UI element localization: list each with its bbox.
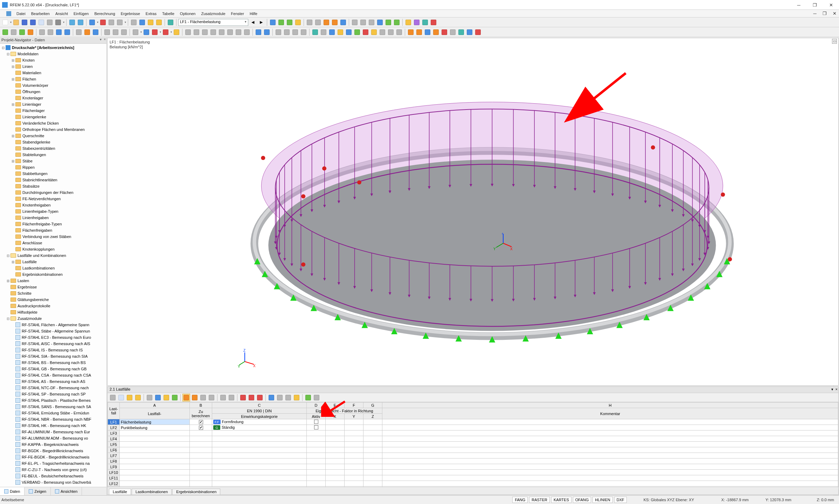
print-dropdown[interactable]: ▾ <box>63 19 64 26</box>
tb2-17[interactable] <box>151 28 159 36</box>
prev-loadcase-button[interactable]: ◀ <box>249 19 257 26</box>
tree-item[interactable]: VERBAND - Bemessung von Dachverbä <box>1 479 106 485</box>
button-a[interactable] <box>88 19 96 26</box>
tb2-39[interactable] <box>353 28 361 36</box>
tb2-9[interactable] <box>75 28 83 36</box>
th-a[interactable]: A <box>120 402 190 408</box>
tb2-37[interactable] <box>337 28 344 36</box>
tb2-36[interactable] <box>328 28 336 36</box>
mdi-close-button[interactable]: ✕ <box>830 10 839 17</box>
tb2-19[interactable] <box>173 28 180 36</box>
tree-item[interactable]: Anschlüsse <box>1 240 106 246</box>
th-zuberechnen[interactable]: Zu berechnen <box>190 408 212 419</box>
menu-hilfe[interactable]: Hilfe <box>247 11 260 16</box>
tb2-28[interactable] <box>255 28 262 36</box>
table-row[interactable]: LF11 <box>108 475 838 481</box>
tb2-10[interactable] <box>83 28 91 36</box>
maximize-button[interactable]: ❐ <box>807 0 823 10</box>
button-g[interactable] <box>147 19 154 26</box>
tb2-31[interactable] <box>283 28 291 36</box>
button-b[interactable] <box>99 19 107 26</box>
tree-item[interactable]: Rippen <box>1 164 106 170</box>
tree-item[interactable]: RF-STAHL HK - Bemessung nach HK <box>1 422 106 429</box>
tb1-k[interactable] <box>277 19 285 26</box>
tb2-18[interactable] <box>162 28 169 36</box>
tb2-50[interactable] <box>449 28 457 36</box>
tree-item[interactable]: RF-STAHL CSA - Bemessung nach CSA <box>1 372 106 378</box>
ttb-18[interactable] <box>268 394 275 401</box>
tree-item[interactable]: ⊞Linienlager <box>1 101 106 107</box>
tree-item[interactable]: RF-STAHL AISC - Bemessung nach AIS <box>1 341 106 347</box>
tree-item[interactable]: RF-FE-BGDK - Biegedrillknicknachweis <box>1 454 106 460</box>
tree-item[interactable]: RF-STAHL IS - Bemessung nach IS <box>1 347 106 353</box>
nav-tab-daten[interactable]: Daten <box>0 487 25 495</box>
dd15[interactable]: ▾ <box>140 29 142 36</box>
viewport-maximize-icon[interactable]: ▭ <box>832 39 837 44</box>
tb2-45[interactable] <box>407 28 415 36</box>
tree-item[interactable]: Stabteilungen <box>1 152 106 158</box>
ttb-5[interactable] <box>146 394 153 401</box>
tree-item[interactable]: RF-STAHL BS - Bemessung nach BS <box>1 359 106 366</box>
table-row[interactable]: LF9 <box>108 464 838 470</box>
tree-item[interactable]: FE-Netzverdichtungen <box>1 196 106 202</box>
tb2-15[interactable] <box>132 28 139 36</box>
tb2-5[interactable] <box>38 28 46 36</box>
menu-ansicht[interactable]: Ansicht <box>53 11 70 16</box>
tb1-u[interactable] <box>368 19 375 26</box>
tb2-29[interactable] <box>263 28 271 36</box>
th-h[interactable]: H <box>382 402 838 408</box>
tree-item[interactable]: Stabexzentrizitäten <box>1 145 106 152</box>
loadcase-combo[interactable]: LF1 - Flächenbelastung <box>178 19 248 26</box>
tb2-14[interactable] <box>120 28 128 36</box>
menu-optionen[interactable]: Optionen <box>178 11 198 16</box>
tb1-q[interactable] <box>331 19 339 26</box>
tree-item[interactable]: RF-C-ZU-T - Nachweis von grenz (c/t) <box>1 467 106 473</box>
tree-item[interactable]: Durchdringungen der Flächen <box>1 189 106 196</box>
tables-options-icon[interactable]: ▾ <box>831 387 833 392</box>
ttb-3[interactable] <box>126 394 133 401</box>
toggle-dxf[interactable]: DXF <box>614 497 627 503</box>
menu-bearbeiten[interactable]: Bearbeiten <box>29 11 52 16</box>
tb2-52[interactable] <box>466 28 473 36</box>
button-6[interactable] <box>46 19 54 26</box>
tree-item[interactable]: ⊞Querschnitte <box>1 133 106 139</box>
tb2-42[interactable] <box>379 28 386 36</box>
nav-tab-zeigen[interactable]: Zeigen <box>25 487 51 495</box>
button-5[interactable] <box>37 19 45 26</box>
tree-item[interactable]: RF-STAHL SANS - Bemessung nach SA <box>1 404 106 410</box>
toggle-fang[interactable]: FANG <box>512 497 528 503</box>
tb2-16[interactable] <box>143 28 150 36</box>
open-button[interactable] <box>12 19 20 26</box>
th-y[interactable]: Y <box>345 414 363 419</box>
th-d[interactable]: D <box>307 402 326 408</box>
table-row[interactable]: LF1Flächenbelastung✔F.FFormfindung <box>108 419 838 425</box>
tree-item[interactable]: Stabendgelenke <box>1 139 106 145</box>
th-beschreibung[interactable]: Lastfall- <box>120 408 190 419</box>
tree-item[interactable]: RF-STAHL NTC-DF - Bemessung nach <box>1 385 106 391</box>
menu-zusatzmodule[interactable]: Zusatzmodule <box>199 11 228 16</box>
tree-item[interactable]: RF-ALUMINIUM ADM - Bemessung vo <box>1 435 106 441</box>
tree-item[interactable]: Volumenkörper <box>1 82 106 89</box>
3d-viewport[interactable]: LF1 : Flächenbelastung Belastung [kN/m^2… <box>107 38 839 386</box>
tree-item[interactable]: ⊞Lasten <box>1 278 106 284</box>
th-kommentar[interactable]: Kommentar <box>382 408 838 419</box>
tb2-51[interactable] <box>457 28 465 36</box>
ttb-23[interactable] <box>313 394 320 401</box>
tree-item[interactable]: Flächenlager <box>1 107 106 114</box>
tb2-7[interactable] <box>55 28 63 36</box>
toggle-ofang[interactable]: OFANG <box>573 497 591 503</box>
table-row[interactable]: LF7 <box>108 453 838 458</box>
menu-tabelle[interactable]: Tabelle <box>160 11 177 16</box>
tb2-21[interactable] <box>193 28 200 36</box>
tree-item[interactable]: Knotenkopplungen <box>1 246 106 252</box>
th-en1990[interactable]: EN 1990 | DIN <box>212 408 307 414</box>
tb2-2[interactable] <box>10 28 18 36</box>
tree-item[interactable]: ⊞Stäbe <box>1 158 106 164</box>
tb2-34[interactable] <box>311 28 319 36</box>
menu-einfuegen[interactable]: Einfügen <box>71 11 91 16</box>
menu-berechnung[interactable]: Berechnung <box>92 11 117 16</box>
th-x[interactable]: X <box>326 414 345 419</box>
table-row[interactable]: LF2Punktbelastung✔GStändig <box>108 425 838 430</box>
ttb-2[interactable] <box>117 394 125 401</box>
tree-item[interactable]: RF-STAHL Stäbe - Allgemeine Spannun <box>1 328 106 334</box>
